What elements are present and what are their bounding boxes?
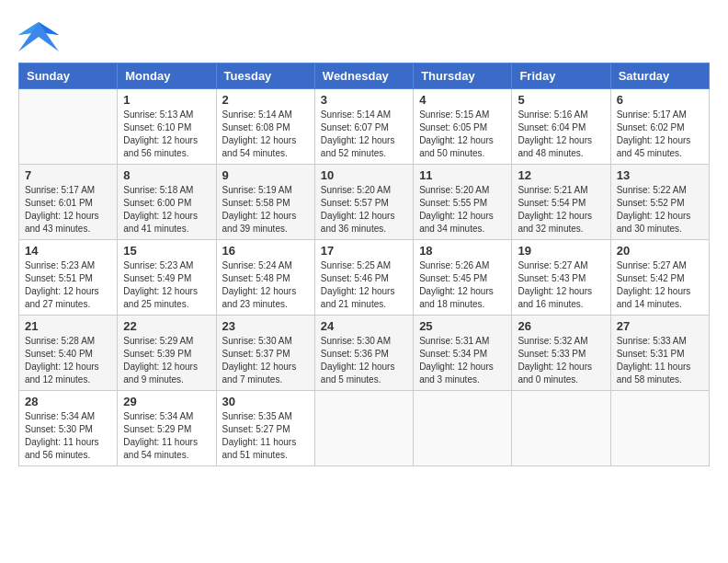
day-info: Sunrise: 5:27 AM Sunset: 5:43 PM Dayligh… [518,259,604,311]
day-number: 9 [222,168,309,182]
col-header-friday: Friday [512,63,610,89]
calendar-cell: 5Sunrise: 5:16 AM Sunset: 6:04 PM Daylig… [512,89,610,165]
day-info: Sunrise: 5:25 AM Sunset: 5:46 PM Dayligh… [321,259,407,311]
calendar-cell: 9Sunrise: 5:19 AM Sunset: 5:58 PM Daylig… [216,165,314,240]
col-header-wednesday: Wednesday [314,63,413,89]
day-number: 27 [617,319,703,333]
day-number: 21 [25,319,111,333]
day-info: Sunrise: 5:29 AM Sunset: 5:39 PM Dayligh… [123,335,210,386]
day-number: 20 [617,244,703,258]
calendar-cell: 22Sunrise: 5:29 AM Sunset: 5:39 PM Dayli… [118,316,216,391]
day-number: 4 [419,93,506,107]
day-info: Sunrise: 5:34 AM Sunset: 5:30 PM Dayligh… [25,410,111,462]
calendar-cell: 21Sunrise: 5:28 AM Sunset: 5:40 PM Dayli… [19,316,118,391]
calendar-cell: 24Sunrise: 5:30 AM Sunset: 5:36 PM Dayli… [314,316,413,391]
day-info: Sunrise: 5:30 AM Sunset: 5:36 PM Dayligh… [321,335,407,386]
calendar-week-row: 28Sunrise: 5:34 AM Sunset: 5:30 PM Dayli… [19,391,710,466]
day-info: Sunrise: 5:14 AM Sunset: 6:08 PM Dayligh… [222,109,309,160]
day-info: Sunrise: 5:23 AM Sunset: 5:49 PM Dayligh… [123,259,210,311]
day-info: Sunrise: 5:22 AM Sunset: 5:52 PM Dayligh… [617,184,703,236]
calendar-week-row: 1Sunrise: 5:13 AM Sunset: 6:10 PM Daylig… [19,89,710,165]
day-number: 8 [123,168,210,182]
calendar-cell: 4Sunrise: 5:15 AM Sunset: 6:05 PM Daylig… [414,89,512,165]
day-number: 25 [419,319,506,333]
calendar-cell: 11Sunrise: 5:20 AM Sunset: 5:55 PM Dayli… [414,165,512,240]
day-info: Sunrise: 5:19 AM Sunset: 5:58 PM Dayligh… [222,184,309,236]
page-header [18,18,710,53]
day-number: 15 [123,244,210,258]
calendar-cell: 1Sunrise: 5:13 AM Sunset: 6:10 PM Daylig… [118,89,216,165]
day-info: Sunrise: 5:20 AM Sunset: 5:57 PM Dayligh… [321,184,407,236]
day-info: Sunrise: 5:14 AM Sunset: 6:07 PM Dayligh… [321,109,407,160]
calendar-cell: 2Sunrise: 5:14 AM Sunset: 6:08 PM Daylig… [216,89,314,165]
day-info: Sunrise: 5:18 AM Sunset: 6:00 PM Dayligh… [123,184,210,236]
day-number: 10 [321,168,407,182]
day-info: Sunrise: 5:30 AM Sunset: 5:37 PM Dayligh… [222,335,309,386]
calendar-cell: 20Sunrise: 5:27 AM Sunset: 5:42 PM Dayli… [610,240,709,316]
day-info: Sunrise: 5:31 AM Sunset: 5:34 PM Dayligh… [419,335,506,386]
calendar-table: SundayMondayTuesdayWednesdayThursdayFrid… [18,63,710,466]
day-number: 29 [123,395,210,408]
calendar-cell [610,391,709,466]
calendar-cell [414,391,512,466]
svg-marker-0 [18,22,59,52]
calendar-cell [512,391,610,466]
calendar-week-row: 7Sunrise: 5:17 AM Sunset: 6:01 PM Daylig… [19,165,710,240]
calendar-cell: 3Sunrise: 5:14 AM Sunset: 6:07 PM Daylig… [314,89,413,165]
day-number: 24 [321,319,407,333]
calendar-cell: 23Sunrise: 5:30 AM Sunset: 5:37 PM Dayli… [216,316,314,391]
calendar-cell: 19Sunrise: 5:27 AM Sunset: 5:43 PM Dayli… [512,240,610,316]
day-number: 22 [123,319,210,333]
day-number: 3 [321,93,407,107]
calendar-cell: 6Sunrise: 5:17 AM Sunset: 6:02 PM Daylig… [610,89,709,165]
day-info: Sunrise: 5:35 AM Sunset: 5:27 PM Dayligh… [222,410,309,462]
logo [18,18,63,53]
calendar-cell: 8Sunrise: 5:18 AM Sunset: 6:00 PM Daylig… [118,165,216,240]
day-number: 13 [617,168,703,182]
calendar-cell: 17Sunrise: 5:25 AM Sunset: 5:46 PM Dayli… [314,240,413,316]
day-info: Sunrise: 5:17 AM Sunset: 6:02 PM Dayligh… [617,109,703,160]
day-number: 12 [518,168,604,182]
day-info: Sunrise: 5:13 AM Sunset: 6:10 PM Dayligh… [123,109,210,160]
calendar-week-row: 14Sunrise: 5:23 AM Sunset: 5:51 PM Dayli… [19,240,710,316]
day-info: Sunrise: 5:28 AM Sunset: 5:40 PM Dayligh… [25,335,111,386]
day-info: Sunrise: 5:32 AM Sunset: 5:33 PM Dayligh… [518,335,604,386]
calendar-cell: 26Sunrise: 5:32 AM Sunset: 5:33 PM Dayli… [512,316,610,391]
calendar-cell: 15Sunrise: 5:23 AM Sunset: 5:49 PM Dayli… [118,240,216,316]
logo-bird-icon [18,18,59,53]
calendar-cell: 28Sunrise: 5:34 AM Sunset: 5:30 PM Dayli… [19,391,118,466]
calendar-cell [19,89,118,165]
day-number: 6 [617,93,703,107]
day-info: Sunrise: 5:21 AM Sunset: 5:54 PM Dayligh… [518,184,604,236]
day-number: 17 [321,244,407,258]
calendar-cell: 16Sunrise: 5:24 AM Sunset: 5:48 PM Dayli… [216,240,314,316]
col-header-sunday: Sunday [19,63,118,89]
calendar-cell: 14Sunrise: 5:23 AM Sunset: 5:51 PM Dayli… [19,240,118,316]
day-number: 5 [518,93,604,107]
day-number: 23 [222,319,309,333]
calendar-cell: 7Sunrise: 5:17 AM Sunset: 6:01 PM Daylig… [19,165,118,240]
col-header-tuesday: Tuesday [216,63,314,89]
col-header-monday: Monday [118,63,216,89]
day-number: 26 [518,319,604,333]
calendar-cell: 30Sunrise: 5:35 AM Sunset: 5:27 PM Dayli… [216,391,314,466]
day-number: 16 [222,244,309,258]
calendar-cell [314,391,413,466]
col-header-thursday: Thursday [414,63,512,89]
day-info: Sunrise: 5:26 AM Sunset: 5:45 PM Dayligh… [419,259,506,311]
day-number: 30 [222,395,309,408]
calendar-header-row: SundayMondayTuesdayWednesdayThursdayFrid… [19,63,710,89]
col-header-saturday: Saturday [610,63,709,89]
day-info: Sunrise: 5:33 AM Sunset: 5:31 PM Dayligh… [617,335,703,386]
day-number: 7 [25,168,111,182]
day-info: Sunrise: 5:15 AM Sunset: 6:05 PM Dayligh… [419,109,506,160]
calendar-cell: 10Sunrise: 5:20 AM Sunset: 5:57 PM Dayli… [314,165,413,240]
day-info: Sunrise: 5:27 AM Sunset: 5:42 PM Dayligh… [617,259,703,311]
calendar-cell: 18Sunrise: 5:26 AM Sunset: 5:45 PM Dayli… [414,240,512,316]
day-info: Sunrise: 5:17 AM Sunset: 6:01 PM Dayligh… [25,184,111,236]
calendar-cell: 13Sunrise: 5:22 AM Sunset: 5:52 PM Dayli… [610,165,709,240]
calendar-cell: 29Sunrise: 5:34 AM Sunset: 5:29 PM Dayli… [118,391,216,466]
day-number: 1 [123,93,210,107]
day-number: 14 [25,244,111,258]
day-number: 2 [222,93,309,107]
